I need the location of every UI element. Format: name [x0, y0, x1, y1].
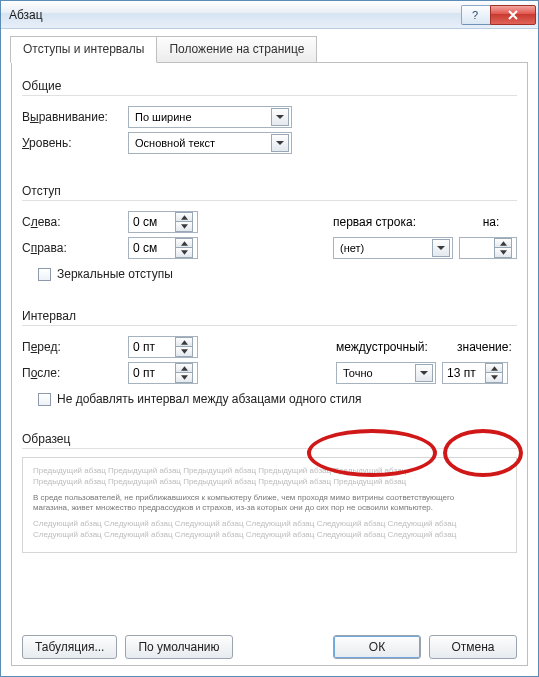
no-space-same-style-checkbox[interactable]: Не добавлять интервал между абзацами одн…	[38, 392, 517, 406]
spin-up-icon[interactable]	[485, 363, 503, 373]
chevron-down-icon	[271, 134, 289, 152]
special-indent-combo[interactable]: (нет)	[333, 237, 453, 259]
indent-left-input[interactable]	[129, 215, 175, 229]
mirror-indents-label: Зеркальные отступы	[57, 267, 173, 281]
chevron-down-icon	[271, 108, 289, 126]
tab-indents-spacing[interactable]: Отступы и интервалы	[10, 36, 157, 63]
tab-body: Общие Выравнивание: По ширине Уровень: О…	[11, 62, 528, 666]
group-preview: Образец Предыдущий абзац Предыдущий абза…	[22, 426, 517, 553]
chevron-down-icon	[432, 239, 450, 257]
indent-left-label: Слева:	[22, 215, 122, 229]
spin-down-icon[interactable]	[494, 248, 512, 258]
indent-right-label: Справа:	[22, 241, 122, 255]
titlebar[interactable]: Абзац ?	[1, 1, 538, 29]
client-area: Отступы и интервалы Положение на страниц…	[1, 29, 538, 676]
level-value: Основной текст	[135, 137, 215, 149]
tabs-button[interactable]: Табуляция...	[22, 635, 117, 659]
first-line-label: первая строка:	[333, 215, 459, 229]
close-icon	[507, 9, 519, 21]
group-spacing-title: Интервал	[22, 303, 517, 326]
spin-down-icon[interactable]	[175, 347, 193, 357]
space-after-label: После:	[22, 366, 122, 380]
tab-position[interactable]: Положение на странице	[156, 36, 317, 63]
spin-up-icon[interactable]	[175, 337, 193, 347]
alignment-value: По ширине	[135, 111, 192, 123]
close-button[interactable]	[490, 5, 536, 25]
checkbox-icon	[38, 268, 51, 281]
spacing-at-label: значение:	[457, 340, 517, 354]
preview-line: Следующий абзац Следующий абзац Следующи…	[33, 530, 506, 541]
tabstrip: Отступы и интервалы Положение на страниц…	[10, 36, 528, 63]
spacing-at-input[interactable]	[443, 366, 485, 380]
group-indent-title: Отступ	[22, 178, 517, 201]
spacing-at-spin[interactable]	[442, 362, 508, 384]
no-space-same-style-label: Не добавлять интервал между абзацами одн…	[57, 392, 362, 406]
ok-button[interactable]: ОК	[333, 635, 421, 659]
help-button[interactable]: ?	[461, 5, 491, 25]
window-title: Абзац	[9, 8, 462, 22]
line-spacing-combo[interactable]: Точно	[336, 362, 436, 384]
group-general-title: Общие	[22, 73, 517, 96]
alignment-label: Выравнивание:	[22, 110, 122, 124]
group-indent: Отступ Слева: Справа:	[22, 178, 517, 281]
spin-down-icon[interactable]	[175, 248, 193, 258]
preview-line: Предыдущий абзац Предыдущий абзац Предыд…	[33, 466, 506, 477]
preview-line: Следующий абзац Следующий абзац Следующи…	[33, 519, 506, 530]
svg-text:?: ?	[472, 9, 478, 21]
spin-up-icon[interactable]	[175, 212, 193, 222]
spin-up-icon[interactable]	[175, 238, 193, 248]
dialog-footer: Табуляция... По умолчанию ОК Отмена	[22, 635, 517, 659]
level-combo[interactable]: Основной текст	[128, 132, 292, 154]
preview-line: Предыдущий абзац Предыдущий абзац Предыд…	[33, 477, 506, 488]
indent-by-input[interactable]	[460, 241, 494, 255]
group-general: Общие Выравнивание: По ширине Уровень: О…	[22, 73, 517, 156]
indent-right-input[interactable]	[129, 241, 175, 255]
space-before-label: Перед:	[22, 340, 122, 354]
alignment-combo[interactable]: По ширине	[128, 106, 292, 128]
group-spacing: Интервал Перед: После:	[22, 303, 517, 406]
line-spacing-label: междустрочный:	[336, 340, 451, 354]
space-after-spin[interactable]	[128, 362, 198, 384]
window-buttons: ?	[462, 5, 536, 25]
spin-down-icon[interactable]	[485, 373, 503, 383]
cancel-button[interactable]: Отмена	[429, 635, 517, 659]
chevron-down-icon	[415, 364, 433, 382]
spin-down-icon[interactable]	[175, 373, 193, 383]
space-before-input[interactable]	[129, 340, 175, 354]
space-before-spin[interactable]	[128, 336, 198, 358]
help-icon: ?	[470, 9, 482, 21]
preview-box: Предыдущий абзац Предыдущий абзац Предыд…	[22, 457, 517, 553]
checkbox-icon	[38, 393, 51, 406]
spin-down-icon[interactable]	[175, 222, 193, 232]
dialog-window: Абзац ? Отступы и интервалы Положение на…	[0, 0, 539, 677]
indent-left-spin[interactable]	[128, 211, 198, 233]
line-spacing-value: Точно	[343, 367, 373, 379]
level-label: Уровень:	[22, 136, 122, 150]
indent-by-spin[interactable]	[459, 237, 517, 259]
default-button[interactable]: По умолчанию	[125, 635, 232, 659]
space-after-input[interactable]	[129, 366, 175, 380]
spin-up-icon[interactable]	[175, 363, 193, 373]
special-indent-value: (нет)	[340, 242, 364, 254]
indent-right-spin[interactable]	[128, 237, 198, 259]
indent-by-label: на:	[465, 215, 517, 229]
group-preview-title: Образец	[22, 426, 517, 449]
mirror-indents-checkbox[interactable]: Зеркальные отступы	[38, 267, 517, 281]
preview-sample-text: В среде пользователей, не приближавшихся…	[33, 493, 506, 515]
spin-up-icon[interactable]	[494, 238, 512, 248]
